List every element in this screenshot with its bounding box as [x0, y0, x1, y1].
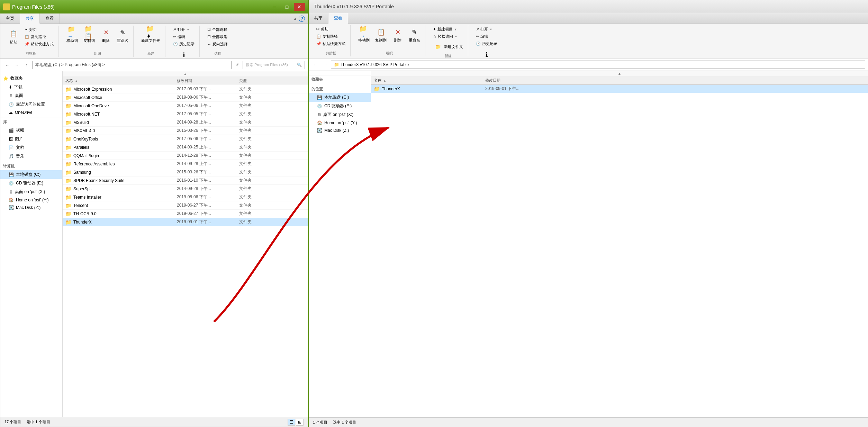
sidebar-item-video[interactable]: 🎬 视频 [0, 126, 62, 135]
delete-button-right[interactable]: ✕ 删除 [390, 26, 405, 44]
tab-view-right[interactable]: 查看 [328, 13, 348, 24]
sidebar-library-header: 库 [0, 118, 62, 126]
move-to-button[interactable]: 📁→ 移动到 [64, 26, 80, 45]
sidebar-item-onedrive[interactable]: ☁ OneDrive [0, 109, 62, 116]
refresh-button[interactable]: ↺ [233, 61, 241, 69]
history-button-right[interactable]: 🕐 历史记录 [474, 40, 499, 47]
col-header-name-right[interactable]: 名称 ▲ [371, 78, 485, 83]
paste-shortcut-button-right[interactable]: 📌 粘贴快捷方式 [314, 40, 347, 47]
col-header-type[interactable]: 类型 [239, 78, 274, 83]
file-item-left-7[interactable]: 📁 Parallels 2014-09-25 上午... 文件夹 [63, 143, 308, 152]
copy-to-button-right[interactable]: 📋 复制到 [373, 26, 389, 44]
detail-view-button[interactable]: ☰ [288, 419, 295, 426]
easy-access-button[interactable]: ☆ 轻松访问 ▼ [431, 33, 465, 40]
maximize-button[interactable]: □ [281, 3, 292, 11]
copy-path-button-right[interactable]: 📋 复制路径 [314, 33, 347, 40]
invert-select-button[interactable]: ↔ 反向选择 [205, 41, 230, 47]
tab-share[interactable]: 共享 [20, 13, 40, 24]
move-to-button-right[interactable]: 📁→ 移动到 [356, 26, 372, 44]
file-item-left-11[interactable]: 📁 SPDB Ebank Security Suite 2016-01-10 下… [63, 176, 308, 185]
new-folder-button[interactable]: 📁✦ 新建文件夹 [139, 26, 162, 45]
new-folder-button-right[interactable]: 📁 新建文件夹 [431, 40, 465, 53]
cut-button-right[interactable]: ✂ 剪切 [314, 26, 347, 33]
sidebar-item-desktop[interactable]: 🖥 桌面 [0, 91, 62, 100]
rename-icon: ✎ [118, 28, 128, 37]
sidebar-item-c-drive-right[interactable]: 💾 本地磁盘 (C:) [309, 93, 371, 102]
sidebar-item-e-drive-right[interactable]: 💿 CD 驱动器 (E:) [309, 102, 371, 110]
file-item-left-9[interactable]: 📁 Reference Assemblies 2014-09-28 上午... … [63, 160, 308, 168]
file-item-left-1[interactable]: 📁 Microsoft Office 2019-08-06 下午... 文件夹 [63, 93, 308, 102]
minimize-button[interactable]: ─ [269, 3, 280, 11]
back-button-right[interactable]: ← [311, 61, 320, 69]
file-item-right-0[interactable]: 📁 ThunderX 2019-09-01 下午... [371, 85, 868, 93]
sidebar-item-music[interactable]: 🎵 音乐 [0, 152, 62, 161]
col-header-name[interactable]: 名称 ▲ [63, 78, 177, 83]
tab-view[interactable]: 查看 [40, 13, 60, 24]
sidebar-item-document[interactable]: 📄 文档 [0, 143, 62, 152]
file-type-3: 文件夹 [239, 111, 274, 117]
folder-icon-8: 📁 [65, 153, 71, 158]
edit-button[interactable]: ✏ 编辑 [171, 34, 197, 40]
sidebar-item-favorites-header[interactable]: ⭐ 收藏夹 [0, 74, 62, 83]
left-window: Program Files (x86) ─ □ ✕ 主页 共享 查看 ▲ ? 📋 [0, 0, 308, 427]
sidebar-item-x-drive-right[interactable]: 🖥 桌面 on 'psf' (X:) [309, 110, 371, 119]
address-path-right[interactable]: 📁 ThunderX v10.1.9.326 SVIP Portable [331, 61, 865, 69]
collapse-ribbon-icon[interactable]: ▲ [293, 16, 297, 21]
col-header-date[interactable]: 修改日期 [177, 78, 239, 83]
file-name-9: Reference Assemblies [73, 162, 115, 166]
col-header-date-right[interactable]: 修改日期 [485, 78, 548, 83]
file-item-left-6[interactable]: 📁 OneKeyTools 2017-05-06 下午... 文件夹 [63, 135, 308, 143]
sidebar-item-z-drive[interactable]: 💽 Mac Disk (Z:) [0, 204, 62, 211]
up-button[interactable]: ↑ [22, 61, 31, 69]
tab-home[interactable]: 主页 [0, 13, 20, 24]
history-button[interactable]: 🕐 历史记录 [171, 41, 197, 47]
file-item-left-5[interactable]: 📁 MSXML 4.0 2015-03-26 下午... 文件夹 [63, 127, 308, 135]
delete-button[interactable]: ✕ 删除 [98, 26, 114, 45]
edit-button-right[interactable]: ✏ 编辑 [474, 33, 499, 40]
sidebar-item-e-drive[interactable]: 💿 CD 驱动器 (E:) [0, 179, 62, 188]
rename-button-right[interactable]: ✎ 重命名 [407, 26, 422, 44]
new-item-button[interactable]: ✦ 新建项目 ▼ [431, 26, 465, 33]
file-item-left-4[interactable]: 📁 MSBuild 2014-09-28 上午... 文件夹 [63, 118, 308, 127]
sidebar-item-x-drive[interactable]: 🖥 桌面 on 'psf' (X:) [0, 188, 62, 196]
select-all-button[interactable]: ☑ 全部选择 [205, 26, 230, 33]
open-button-right[interactable]: ↗ 打开 ▼ [474, 26, 499, 33]
sidebar-item-download[interactable]: ⬇ 下载 [0, 83, 62, 91]
sidebar-item-c-drive[interactable]: 💾 本地磁盘 (C:) [0, 170, 62, 179]
forward-button[interactable]: → [13, 61, 21, 69]
search-box-left[interactable]: 搜索 Program Files (x86) 🔍 [243, 61, 305, 69]
paste-button[interactable]: 📋 粘贴 [6, 28, 21, 46]
file-list-right: 📁 ThunderX 2019-09-01 下午... [371, 85, 868, 417]
file-name-15: TH-OCR 9.0 [73, 211, 97, 216]
paste-shortcut-button[interactable]: 📌 粘贴快捷方式 [22, 41, 56, 47]
file-item-left-8[interactable]: 📁 QQMailPlugin 2014-12-28 下午... 文件夹 [63, 152, 308, 160]
sidebar-item-y-drive-right[interactable]: 🏠 Home on 'psf' (Y:) [309, 119, 371, 127]
file-item-left-15[interactable]: 📁 TH-OCR 9.0 2019-06-27 下午... 文件夹 [63, 210, 308, 218]
file-item-left-16[interactable]: 📁 ThunderX 2019-09-01 下午... 文件夹 [63, 218, 308, 226]
file-item-left-14[interactable]: 📁 Tencent 2019-06-27 下午... 文件夹 [63, 201, 308, 210]
file-item-left-0[interactable]: 📁 Microsoft Expression 2017-05-03 下午... … [63, 85, 308, 93]
file-item-left-13[interactable]: 📁 Teams Installer 2019-08-06 下午... 文件夹 [63, 193, 308, 201]
deselect-all-button[interactable]: ☐ 全部取消 [205, 34, 230, 40]
rename-button[interactable]: ✎ 重命名 [115, 26, 130, 45]
cut-button[interactable]: ✂ 剪切 [22, 26, 56, 33]
large-icon-view-button[interactable]: ⊞ [296, 419, 304, 426]
file-item-left-10[interactable]: 📁 Samsung 2015-03-26 下午... 文件夹 [63, 168, 308, 176]
file-item-left-3[interactable]: 📁 Microsoft.NET 2017-05-05 下午... 文件夹 [63, 110, 308, 118]
sidebar-item-z-drive-right[interactable]: 💽 Mac Disk (Z:) [309, 127, 371, 134]
back-button[interactable]: ← [3, 61, 11, 69]
file-item-left-2[interactable]: 📁 Microsoft OneDrive 2017-05-06 上午... 文件… [63, 102, 308, 110]
open-button[interactable]: ↗ 打开 ▼ [171, 26, 197, 33]
address-path-left[interactable]: 本地磁盘 (C:) > Program Files (x86) > [32, 61, 232, 69]
help-icon[interactable]: ? [299, 16, 305, 22]
tab-share-right[interactable]: 共享 [309, 13, 328, 23]
sidebar-item-recent[interactable]: 🕐 最近访问的位置 [0, 100, 62, 109]
copy-to-button[interactable]: 📁📋 复制到 [81, 26, 97, 45]
sidebar-item-image[interactable]: 🖼 图片 [0, 135, 62, 143]
close-button[interactable]: ✕ [294, 3, 305, 11]
file-item-left-12[interactable]: 📁 SuperSplit 2014-09-28 下午... 文件夹 [63, 185, 308, 193]
forward-button-right[interactable]: → [321, 61, 329, 69]
rename-icon-right: ✎ [410, 27, 419, 37]
sidebar-item-y-drive[interactable]: 🏠 Home on 'psf' (Y:) [0, 196, 62, 204]
copy-path-button[interactable]: 📋 复制路径 [22, 34, 56, 40]
